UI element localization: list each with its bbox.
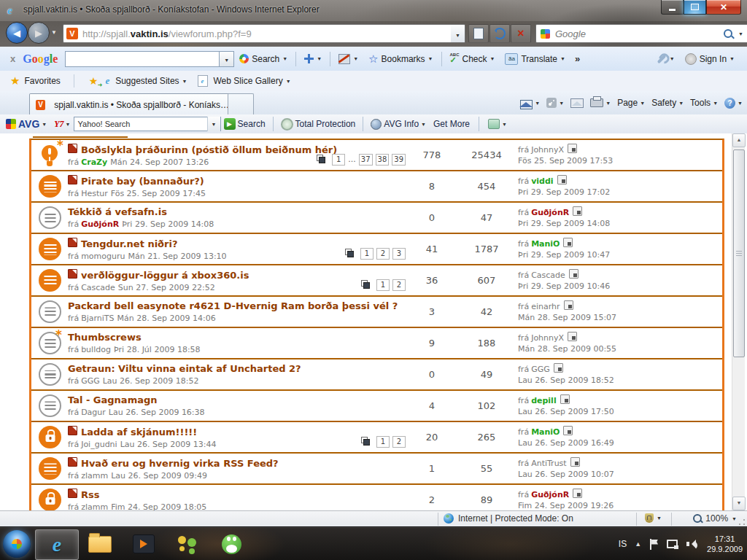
forward-button[interactable]: ▶ bbox=[28, 22, 50, 44]
goto-last-post-icon[interactable] bbox=[568, 144, 577, 153]
google-search-button[interactable]: Search▼ bbox=[234, 50, 293, 68]
minimize-button[interactable] bbox=[661, 0, 684, 15]
yahoo-search-input[interactable]: Yahoo! Search ▼ bbox=[74, 117, 221, 131]
last-post-author-link[interactable]: viddi bbox=[531, 176, 553, 186]
print-button[interactable]: ▼ bbox=[590, 98, 611, 107]
taskbar-yoshi-app-button[interactable] bbox=[210, 529, 252, 559]
topic-title-link[interactable]: Packard bell easynote r4621 D-Hvernig Ra… bbox=[68, 300, 398, 311]
help-button[interactable]: ?▼ bbox=[724, 98, 743, 109]
taskbar-media-player-button[interactable] bbox=[123, 529, 165, 559]
avg-info-button[interactable]: AVG Info▼ bbox=[371, 119, 426, 130]
topic-title-link[interactable]: Hvað eru og hvernig virka RSS Feed? bbox=[81, 458, 279, 469]
toolbar-settings-button[interactable]: ▼ bbox=[651, 50, 680, 68]
topic-title-link[interactable]: Getraun: Viltu vinna eintak af Uncharted… bbox=[68, 363, 301, 374]
safety-menu-button[interactable]: Safety▼ bbox=[651, 98, 684, 108]
last-post-author-link[interactable]: ManiO bbox=[531, 427, 560, 437]
topic-author-link[interactable]: GuðjónR bbox=[81, 219, 119, 229]
goto-last-post-icon[interactable] bbox=[564, 300, 573, 310]
feeds-button[interactable]: ▼ bbox=[546, 98, 564, 108]
goto-last-post-icon[interactable] bbox=[569, 269, 578, 279]
page-menu-button[interactable]: Page▼ bbox=[617, 98, 645, 108]
new-tab-button[interactable] bbox=[228, 93, 254, 115]
topic-author-link[interactable]: zlamm bbox=[81, 502, 108, 510]
maximize-button[interactable] bbox=[684, 0, 706, 15]
action-center-flag-icon[interactable] bbox=[649, 539, 659, 550]
yahoo-search-dropdown[interactable]: ▼ bbox=[207, 117, 220, 131]
topic-title-link[interactable]: Boðslykla þráðurinn (póstið öllum beiðnu… bbox=[81, 144, 337, 155]
page-number-button[interactable]: 1 bbox=[376, 279, 390, 291]
last-post-author-link[interactable]: GuðjónR bbox=[531, 490, 569, 499]
suggested-sites-button[interactable]: e Suggested Sites▼ bbox=[102, 75, 187, 87]
home-button[interactable]: ▼ bbox=[520, 97, 540, 109]
last-post-author-link[interactable]: AntiTrust bbox=[531, 459, 567, 468]
yahoo-icon[interactable]: Y7 bbox=[54, 119, 63, 130]
goto-last-post-icon[interactable] bbox=[568, 332, 577, 341]
topic-author-link[interactable]: Hestur bbox=[81, 189, 108, 198]
recent-pages-dropdown[interactable]: ▼ bbox=[51, 29, 57, 36]
page-number-button[interactable]: 1 bbox=[360, 248, 374, 260]
web-slice-gallery-button[interactable]: e Web Slice Gallery▼ bbox=[195, 75, 291, 87]
topic-author-link[interactable]: Joi_gudni bbox=[81, 440, 117, 449]
clock[interactable]: 17:31 29.9.2009 bbox=[707, 534, 743, 554]
address-dropdown-button[interactable]: ▼ bbox=[451, 24, 465, 43]
bookmarks-button[interactable]: ☆ Bookmarks▼ bbox=[363, 50, 438, 68]
topic-title-link[interactable]: Tal - Gagnamagn bbox=[68, 394, 158, 405]
compatibility-view-button[interactable] bbox=[468, 24, 489, 43]
topic-title-link[interactable]: verðlöggur-löggur á xbox360.is bbox=[81, 270, 249, 281]
goto-last-post-icon[interactable] bbox=[573, 206, 582, 216]
sign-in-button[interactable]: Sign In▼ bbox=[680, 50, 740, 68]
topic-title-link[interactable]: Pirate bay (bannaður?) bbox=[81, 176, 204, 187]
scroll-down-button[interactable]: ▼ bbox=[732, 497, 746, 510]
page-number-button[interactable]: 39 bbox=[392, 154, 406, 166]
taskbar-messenger-button[interactable] bbox=[166, 529, 209, 559]
last-post-author-link[interactable]: einarhr bbox=[531, 302, 560, 311]
page-number-button[interactable]: 1 bbox=[376, 436, 390, 448]
taskbar-explorer-button[interactable] bbox=[79, 529, 121, 559]
topic-title-link[interactable]: Thumbscrews bbox=[68, 332, 142, 343]
back-button[interactable]: ◀ bbox=[6, 22, 28, 44]
show-hidden-icons-button[interactable]: ▲ bbox=[635, 540, 641, 548]
search-icon[interactable] bbox=[724, 29, 732, 38]
topic-title-link[interactable]: Tékkið á vefsafn.is bbox=[68, 206, 167, 217]
favorites-button[interactable]: Favorites bbox=[24, 76, 60, 86]
topic-author-link[interactable]: Cascade bbox=[81, 283, 115, 292]
avg-menu-button[interactable]: AVG▼ bbox=[6, 118, 47, 130]
google-search-dropdown[interactable]: ▼ bbox=[219, 52, 233, 66]
volume-icon[interactable] bbox=[686, 539, 697, 549]
last-post-author-link[interactable]: Cascade bbox=[531, 271, 565, 280]
network-icon[interactable] bbox=[667, 540, 678, 549]
address-bar[interactable]: V http://spjall.vaktin.is/viewforum.php?… bbox=[63, 24, 457, 43]
topic-author-link[interactable]: BjarniTS bbox=[81, 314, 114, 323]
tools-menu-button[interactable]: Tools▼ bbox=[690, 98, 718, 108]
popup-blocker-button[interactable]: ▼ bbox=[333, 50, 363, 68]
stop-button[interactable]: × bbox=[511, 24, 531, 43]
topic-author-link[interactable]: bulldog bbox=[81, 345, 111, 354]
page-number-button[interactable]: 2 bbox=[376, 248, 390, 260]
search-box[interactable]: Google ▼ bbox=[535, 24, 747, 43]
goto-last-post-icon[interactable] bbox=[573, 489, 582, 498]
toolbar-overflow-button[interactable]: » bbox=[575, 53, 580, 64]
last-post-author-link[interactable]: depill bbox=[531, 396, 557, 405]
close-button[interactable]: ✕ bbox=[706, 0, 741, 15]
translate-button[interactable]: ãa Translate▼ bbox=[500, 50, 570, 68]
search-dropdown-icon[interactable]: ▼ bbox=[738, 31, 743, 36]
zoom-control[interactable]: 100% ▼ bbox=[693, 513, 737, 524]
page-number-button[interactable]: 37 bbox=[359, 154, 373, 166]
goto-last-post-icon[interactable] bbox=[563, 238, 573, 247]
page-number-button[interactable]: 3 bbox=[392, 248, 406, 260]
topic-author-link[interactable]: momoguru bbox=[81, 252, 125, 261]
page-number-button[interactable]: 1 bbox=[332, 154, 345, 166]
add-gadget-button[interactable]: ▼ bbox=[299, 50, 327, 68]
read-mail-button[interactable] bbox=[570, 98, 584, 108]
page-number-button[interactable]: 2 bbox=[392, 279, 406, 291]
topic-author-link[interactable]: zlamm bbox=[81, 471, 108, 481]
topic-author-link[interactable]: GGG bbox=[81, 376, 100, 386]
scrollbar-thumb[interactable] bbox=[733, 149, 745, 357]
last-post-author-link[interactable]: GGG bbox=[531, 365, 550, 374]
tab-active[interactable]: V spjall.vaktin.is • Skoða spjallborð - … bbox=[29, 93, 238, 115]
page-number-button[interactable]: 38 bbox=[376, 154, 390, 166]
language-indicator[interactable]: IS bbox=[619, 539, 627, 549]
topic-title-link[interactable]: Rss bbox=[81, 489, 100, 500]
taskbar-ie-button[interactable]: e bbox=[35, 529, 79, 560]
last-post-author-link[interactable]: JohnnyX bbox=[531, 145, 564, 155]
